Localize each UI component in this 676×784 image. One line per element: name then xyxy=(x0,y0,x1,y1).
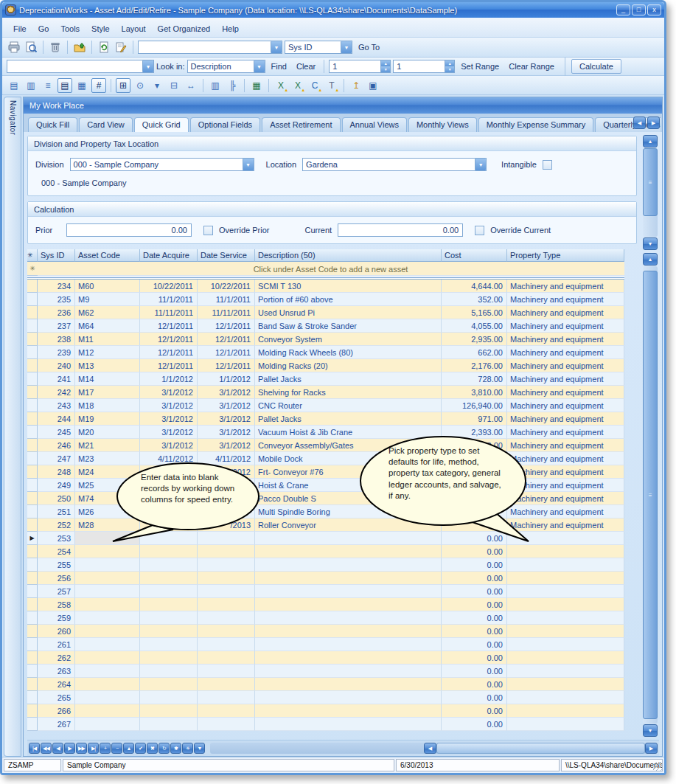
cell-date-acquire[interactable] xyxy=(140,558,198,572)
cancel-edit-button[interactable]: ✖ xyxy=(147,743,158,754)
cell-description[interactable]: CNC Router xyxy=(255,399,442,412)
scroll-left-icon[interactable]: ◀ xyxy=(424,743,436,754)
cell-property-type[interactable]: Machinery and equipment xyxy=(507,319,624,333)
cell-cost[interactable]: 0.00 xyxy=(442,704,507,718)
cell-asset-code[interactable]: M12 xyxy=(75,346,140,359)
find-panel-icon[interactable]: ⊙ xyxy=(133,78,147,93)
cell-sys-id[interactable]: 254 xyxy=(38,545,75,558)
grid-vertical-scrollbar[interactable]: ▲ ≡ ▼ xyxy=(643,253,658,737)
table-row[interactable]: 240M1312/1/201112/1/2011Molding Racks (2… xyxy=(27,359,624,372)
cell-date-acquire[interactable] xyxy=(140,625,198,638)
table-row[interactable]: 2570.00 xyxy=(27,585,624,598)
scroll-up-icon[interactable]: ▲ xyxy=(643,253,658,266)
column-header-sys-id[interactable]: Sys ID xyxy=(38,249,75,262)
cell-sys-id[interactable]: 251 xyxy=(38,505,75,518)
table-row[interactable]: 2660.00 xyxy=(27,704,624,718)
cell-cost[interactable]: 0.00 xyxy=(442,678,507,691)
table-row[interactable]: 245M203/1/20123/1/2012Vacuum Hoist & Jib… xyxy=(27,426,624,439)
range-from-spinner[interactable]: 1 ▲▼ xyxy=(329,60,391,73)
cell-cost[interactable]: 0.00 xyxy=(442,585,507,598)
tab-annual-views[interactable]: Annual Views xyxy=(342,117,407,132)
cell-asset-code[interactable]: M9 xyxy=(75,293,140,306)
cell-property-type[interactable]: Machinery and equipment xyxy=(507,412,624,426)
cell-sys-id[interactable]: 242 xyxy=(38,386,75,399)
table-row[interactable]: 2640.00 xyxy=(27,678,624,691)
column-header-description-50-[interactable]: Description (50) xyxy=(255,249,442,262)
cell-property-type[interactable] xyxy=(507,545,624,558)
chevron-down-icon[interactable]: ▼ xyxy=(243,159,254,170)
cell-date-acquire[interactable]: 11/1/2011 xyxy=(140,293,198,306)
scroll-down-icon[interactable]: ▼ xyxy=(643,724,658,737)
table-row[interactable]: 244M193/1/20123/1/2012Pallet Jacks971.00… xyxy=(27,412,624,426)
goto-column-combobox[interactable]: Sys ID ▼ xyxy=(285,41,352,54)
print-preview-icon[interactable] xyxy=(24,40,38,55)
cell-date-service[interactable] xyxy=(198,678,255,691)
group-panel-icon[interactable]: ▥ xyxy=(208,78,223,93)
clear-range-button[interactable]: Clear Range xyxy=(505,60,558,72)
table-row[interactable]: 2620.00 xyxy=(27,651,624,665)
cell-sys-id[interactable]: 256 xyxy=(38,572,75,585)
cell-sys-id[interactable]: 235 xyxy=(38,293,75,306)
cell-sys-id[interactable]: 243 xyxy=(38,399,75,412)
cell-cost[interactable]: 0.00 xyxy=(442,638,507,651)
cell-asset-code[interactable]: M17 xyxy=(75,386,140,399)
refresh-icon[interactable] xyxy=(97,40,111,55)
cell-sys-id[interactable]: 247 xyxy=(38,452,75,465)
field-chooser-icon[interactable]: ▾ xyxy=(150,78,164,93)
cell-cost[interactable]: 0.00 xyxy=(442,558,507,572)
horizontal-scrollbar-thumb[interactable] xyxy=(436,743,645,754)
find-button[interactable]: Find xyxy=(268,60,290,72)
cell-date-acquire[interactable]: 12/1/2011 xyxy=(140,319,198,333)
cell-description[interactable] xyxy=(255,704,442,718)
cell-property-type[interactable] xyxy=(507,651,624,665)
tab-card-view[interactable]: Card View xyxy=(79,117,133,132)
column-header-date-service[interactable]: Date Service xyxy=(198,249,255,262)
post-edit-button[interactable]: ✔ xyxy=(135,743,146,754)
cell-sys-id[interactable]: 249 xyxy=(38,479,75,492)
cell-cost[interactable]: 971.00 xyxy=(442,412,507,426)
panel-vertical-scrollbar[interactable]: ▲ ≡ ▼ xyxy=(643,135,658,250)
cell-date-service[interactable] xyxy=(198,691,255,704)
table-row[interactable]: 2670.00 xyxy=(27,718,624,731)
report-layout-icon[interactable]: ▤ xyxy=(7,78,21,93)
cell-sys-id[interactable]: 250 xyxy=(38,492,75,505)
cell-sys-id[interactable]: 241 xyxy=(38,372,75,386)
cell-asset-code[interactable] xyxy=(75,572,140,585)
cell-description[interactable]: Shelving for Racks xyxy=(255,386,442,399)
cell-date-service[interactable] xyxy=(198,558,255,572)
tab-monthly-expense-summary[interactable]: Monthly Expense Summary xyxy=(478,117,594,132)
cell-date-acquire[interactable]: 12/1/2011 xyxy=(140,346,198,359)
cell-date-service[interactable] xyxy=(198,704,255,718)
scroll-up-icon[interactable]: ▲ xyxy=(643,135,658,148)
cell-sys-id[interactable]: 240 xyxy=(38,359,75,372)
cell-date-acquire[interactable] xyxy=(140,598,198,611)
cell-sys-id[interactable]: 262 xyxy=(38,651,75,665)
cell-date-acquire[interactable] xyxy=(140,545,198,558)
cell-date-acquire[interactable] xyxy=(140,678,198,691)
cell-cost[interactable]: 662.00 xyxy=(442,346,507,359)
cell-description[interactable] xyxy=(255,585,442,598)
print-icon[interactable] xyxy=(7,40,21,55)
cell-asset-code[interactable] xyxy=(75,611,140,625)
export-text-icon[interactable]: T▴ xyxy=(324,78,339,93)
cell-description[interactable]: Portion of #60 above xyxy=(255,293,442,306)
cell-description[interactable]: Band Saw & Stroke Sander xyxy=(255,319,442,333)
cell-property-type[interactable]: Machinery and equipment xyxy=(507,333,624,346)
menu-item-help[interactable]: Help xyxy=(217,22,244,35)
filter-records-button[interactable]: ▼ xyxy=(194,743,205,754)
column-header-date-acquire[interactable]: Date Acquire xyxy=(140,249,198,262)
table-row[interactable]: 241M141/1/20121/1/2012Pallet Jacks728.00… xyxy=(27,372,624,386)
cell-cost[interactable]: 4,644.00 xyxy=(442,280,507,293)
scrollbar-thumb[interactable]: ≡ xyxy=(643,271,658,719)
cell-date-service[interactable]: 3/1/2012 xyxy=(198,426,255,439)
export-xls-icon[interactable]: X▴ xyxy=(273,78,288,93)
cell-date-acquire[interactable] xyxy=(140,718,198,731)
cell-date-acquire[interactable]: 3/1/2012 xyxy=(140,426,198,439)
cell-date-acquire[interactable] xyxy=(140,665,198,678)
delete-icon[interactable] xyxy=(48,40,63,55)
layout-tree-icon[interactable]: ╠ xyxy=(225,78,240,93)
row-lines-icon[interactable]: ⊟ xyxy=(167,78,181,93)
close-button[interactable]: x xyxy=(647,4,661,15)
menu-item-get-organized[interactable]: Get Organized xyxy=(153,22,216,35)
cell-asset-code[interactable] xyxy=(75,598,140,611)
